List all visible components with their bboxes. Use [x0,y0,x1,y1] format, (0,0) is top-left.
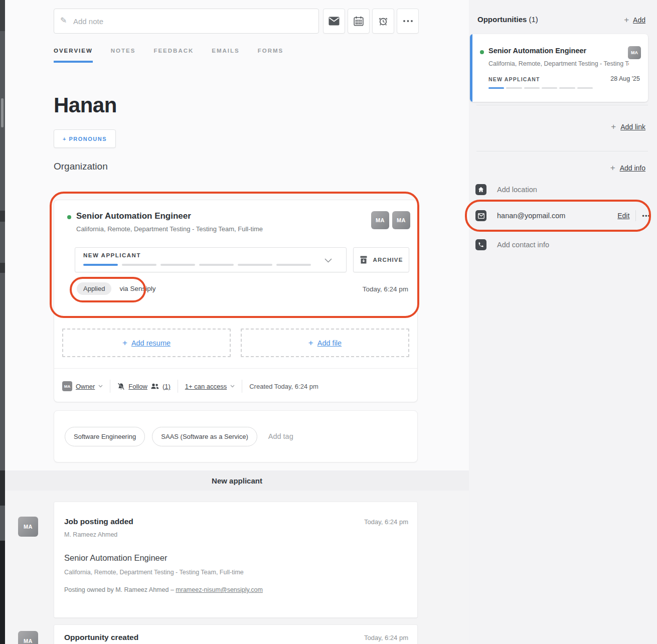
stage-dropdown[interactable]: NEW APPLICANT [75,247,347,272]
created-timestamp: Created Today, 6:24 pm [249,383,318,390]
add-note-field-wrap: ✎ [54,9,319,34]
sidebar-opportunity-card[interactable]: Senior Automation Engineer MA California… [470,34,648,102]
add-file-link[interactable]: Add file [317,339,342,347]
bell-slash-icon [117,383,125,390]
archive-label: ARCHIVE [373,257,403,263]
event-job-title: Senior Automation Engineer [64,553,167,563]
timeline-section-header: New applicant [5,470,469,491]
plus-icon: + [122,338,127,348]
divider [178,380,178,393]
right-sidebar: Opportunities (1) + Add Senior Automatio… [469,0,657,644]
add-resume-dropzone[interactable]: + Add resume [62,329,231,357]
add-file-dropzone[interactable]: + Add file [241,329,409,357]
event-title: Opportunity created [64,633,138,642]
sidebar-stage-progress [488,87,593,89]
selected-indicator [470,34,472,102]
add-pronouns-button[interactable]: + PRONOUNS [54,129,116,148]
divider [635,210,636,221]
divider [242,380,242,393]
chevron-down-icon [230,385,235,388]
tag-saas[interactable]: SAAS (Software as a Service) [152,427,257,446]
chevron-down-icon [324,258,332,263]
home-icon [475,184,486,195]
organization-section-title: Organization [54,161,108,172]
sidebar-opportunity-title: Senior Automation Engineer [488,47,586,55]
timeline-section-label: New applicant [212,476,262,485]
event-avatar[interactable]: MA [18,517,38,537]
tags-card: Software Engineering SAAS (Software as a… [54,410,418,462]
event-opportunity-created: Opportunity created Today, 6:24 pm [54,624,418,644]
divider [110,380,110,393]
origin-row: Applied via Sensiply [77,282,155,295]
chevron-down-icon [98,385,103,388]
divider [476,105,648,105]
sidebar-stage-label: NEW APPLICANT [488,76,540,82]
add-tag-input[interactable]: Add tag [268,432,293,440]
add-contact-info-label: Add contact info [497,241,549,249]
sidebar-opportunity-details: California, Remote, Department Testing -… [488,60,629,67]
send-email-button[interactable] [323,9,345,34]
stage-label: NEW APPLICANT [83,252,141,258]
cropped-left-nav-strip [0,0,5,644]
tab-feedback[interactable]: FEEDBACK [153,48,194,63]
owner-dropdown[interactable]: Owner [76,383,95,390]
sidebar-opportunity-date: 28 Aug '25 [610,75,640,82]
opportunity-timestamp: Today, 6:24 pm [363,285,408,293]
candidate-name: Hanan [54,93,117,117]
avatar[interactable]: MA [371,211,389,229]
archive-icon [359,255,368,264]
event-owner-note: Posting owned by M. Rameez Ahmed – mrame… [64,586,263,593]
add-resume-link[interactable]: Add resume [131,339,171,347]
email-value: hanan@yopmail.com [497,212,565,220]
alarm-icon [378,16,388,26]
followers-icon [151,383,159,389]
tab-overview[interactable]: OVERVIEW [54,48,93,63]
main-panel: ✎ OVERVIEW NOTES FEEDBACK EMAILS FORMS H… [5,0,469,644]
opportunity-details: California, Remote, Department Testing -… [76,225,263,233]
event-job-details: California, Remote, Department Testing -… [64,569,244,576]
edit-email-link[interactable]: Edit [617,212,629,220]
add-contact-info-row[interactable]: Add contact info [475,239,650,251]
tab-emails[interactable]: EMAILS [212,48,239,63]
opportunity-avatars: MA MA [371,211,410,229]
add-link-button[interactable]: + Add link [611,122,645,132]
opportunity-title: Senior Automation Engineer [76,211,191,221]
email-row[interactable]: hanan@yopmail.com Edit ••• [475,210,650,222]
origin-badge: Applied [77,282,111,295]
reminder-button[interactable] [372,9,394,34]
plus-icon: + [610,163,615,173]
origin-source: via Sensiply [119,285,155,292]
opportunities-count: (1) [529,15,538,24]
more-actions-button[interactable] [397,9,419,34]
archive-button[interactable]: ARCHIVE [353,247,409,272]
owner-email-link[interactable]: mrameez-nisum@sensiply.com [176,586,263,593]
access-dropdown[interactable]: 1+ can access [185,383,227,390]
add-info-button[interactable]: + Add info [610,163,645,173]
opportunity-card: Senior Automation Engineer California, R… [54,200,418,402]
tag-software-engineering[interactable]: Software Engineering [65,427,145,446]
followers-count-link[interactable]: (1) [162,383,171,390]
profile-tabs: OVERVIEW NOTES FEEDBACK EMAILS FORMS [54,48,283,63]
email-icon [475,210,486,221]
divider [476,151,648,151]
tab-notes[interactable]: NOTES [111,48,136,63]
event-timestamp: Today, 6:24 pm [364,634,408,641]
opportunity-footer: MA Owner Follow (1) 1+ can access [62,378,409,394]
event-avatar[interactable]: MA [18,631,38,644]
avatar[interactable]: MA [392,211,410,229]
add-location-row[interactable]: Add location [475,184,650,196]
calendar-icon [354,16,364,26]
add-opportunity-button[interactable]: + Add [624,15,645,25]
opportunities-header: Opportunities (1) [477,15,538,24]
active-status-dot-icon [480,50,484,54]
avatar: MA [628,46,641,59]
email-more-button[interactable]: ••• [642,212,650,220]
event-timestamp: Today, 6:24 pm [364,518,408,526]
event-author: M. Rameez Ahmed [64,531,117,538]
add-note-input[interactable] [54,9,319,34]
follow-link[interactable]: Follow [128,383,147,390]
add-info-label: Add info [620,164,645,172]
schedule-button[interactable] [348,9,370,34]
owner-avatar[interactable]: MA [62,381,72,391]
tab-forms[interactable]: FORMS [258,48,284,63]
